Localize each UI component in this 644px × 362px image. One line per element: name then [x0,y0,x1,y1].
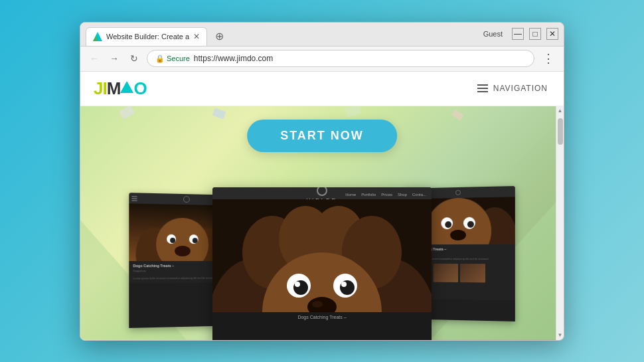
secure-badge: 🔒 Secure [155,54,190,63]
forward-button[interactable]: → [107,51,121,66]
mockup-main-logo-circle [317,187,327,196]
active-tab[interactable]: Website Builder: Create a ✕ [86,27,207,46]
hamburger-line [477,84,488,86]
close-button[interactable]: ✕ [546,28,558,40]
start-now-button[interactable]: START NOW [247,120,397,152]
secure-label: Secure [167,54,190,62]
lock-icon: 🔒 [155,54,165,63]
mockup-main: VIELER Home Portfolio Prices Shop Conta.… [212,187,432,340]
hamburger-line [477,88,488,89]
tab-title: Website Builder: Create a [106,33,189,41]
confetti-3 [345,106,362,118]
new-tab-button[interactable]: ⊕ [210,27,228,46]
confetti-4 [451,109,464,120]
mockup-thumb-2 [434,263,458,282]
back-button[interactable]: ← [87,51,102,66]
navigation-menu[interactable]: NAVIGATION [477,84,548,93]
confetti-1 [119,106,135,120]
browser-menu-button[interactable]: ⋮ [540,51,557,66]
svg-point-27 [312,301,323,308]
browser-window: Website Builder: Create a ✕ ⊕ Guest — □ … [80,22,564,341]
hero-section: START NOW [80,106,564,340]
mockup-main-caption: Dogs Catching Treats – [212,312,432,322]
url-display: https://www.jimdo.com [194,54,273,63]
minimize-button[interactable]: — [512,28,524,40]
logo-m: M [107,78,121,99]
title-bar: Website Builder: Create a ✕ ⊕ Guest — □ … [80,23,564,46]
scrollbar[interactable]: ▲ ▼ [556,106,564,340]
scrollbar-thumb[interactable] [558,118,563,145]
confetti-2 [212,108,226,119]
address-input[interactable]: 🔒 Secure https://www.jimdo.com [147,50,534,67]
svg-point-22 [295,282,300,287]
scrollbar-up-button[interactable]: ▲ [556,106,564,116]
jimdo-logo[interactable]: J I M O [94,78,147,99]
tab-favicon [93,32,102,41]
refresh-button[interactable]: ↻ [127,51,141,66]
hamburger-icon[interactable] [477,84,488,92]
mockup-main-dog-image [212,199,432,312]
address-bar: ← → ↻ 🔒 Secure https://www.jimdo.com ⋮ [80,46,564,72]
mockup-thumb-3 [460,264,485,282]
site-header: J I M O NAVIGATION [80,72,564,106]
mockup-right-logo-circle [455,189,461,195]
maximize-button[interactable]: □ [529,28,541,40]
guest-label: Guest [483,30,503,38]
navigation-label: NAVIGATION [493,84,548,93]
svg-point-25 [341,282,347,287]
scrollbar-down-button[interactable]: ▼ [556,331,564,340]
mockup-left-logo-circle [183,196,190,203]
tab-close-button[interactable]: ✕ [193,32,200,41]
mockup-left-hamburger [131,195,137,200]
page-content: J I M O NAVIGATION [80,72,564,340]
mockups-container: Dogs Catching Treats – SnapshotsLorem ip… [129,167,515,340]
logo-o: O [133,78,146,99]
logo-j: J [94,78,102,99]
window-controls: Guest — □ ✕ [483,28,558,40]
logo-triangle-icon [120,81,133,93]
hamburger-line [477,91,488,92]
